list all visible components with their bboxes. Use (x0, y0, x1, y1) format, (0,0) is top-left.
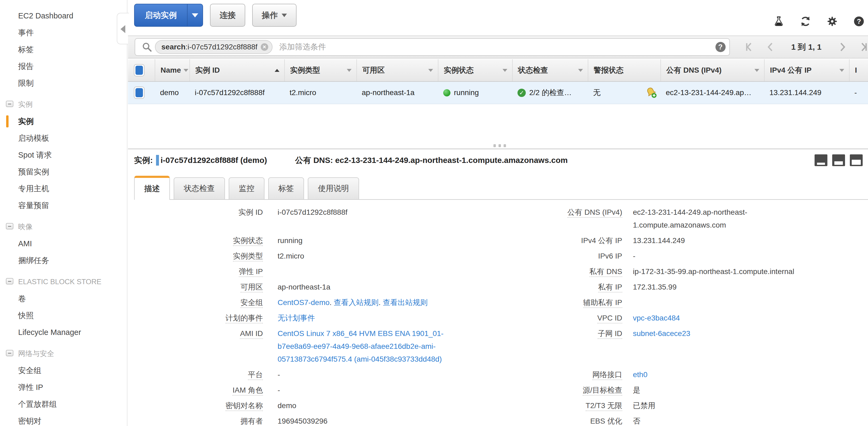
detail-value: t2.micro (263, 249, 507, 264)
detail-label: 源/目标检查 (507, 383, 622, 398)
flask-icon[interactable] (773, 15, 785, 27)
layout-bottom-small-icon[interactable] (814, 154, 827, 166)
detail-value: CentOS7-demo. 查看入站规则. 查看出站规则 (263, 295, 507, 310)
help-icon[interactable]: ? (853, 15, 865, 27)
sidebar-item-ami[interactable]: AMI (0, 235, 127, 252)
column-header-3[interactable]: 实例类型 (284, 59, 356, 81)
toolbar: 启动实例 连接 操作 (134, 4, 297, 27)
sidebar-item-安全组[interactable]: 安全组 (0, 362, 127, 379)
sidebar-item-快照[interactable]: 快照 (0, 307, 127, 324)
detail-label: 网络接口 (507, 367, 622, 383)
column-header-8[interactable]: 公有 DNS (IPv4) (660, 59, 764, 81)
sidebar-item-弹性-ip[interactable]: 弹性 IP (0, 379, 127, 396)
tab-监控[interactable]: 监控 (229, 177, 265, 200)
sidebar-item-启动模板[interactable]: 启动模板 (0, 130, 127, 146)
remove-filter-icon[interactable]: × (261, 43, 268, 51)
last-page-icon[interactable] (859, 42, 868, 52)
sidebar-item-实例[interactable]: 实例 (0, 113, 127, 130)
collapse-group-icon[interactable] (6, 223, 13, 229)
select-all-checkbox[interactable] (134, 64, 145, 76)
main-content: 启动实例 连接 操作 (128, 0, 868, 426)
sidebar-collapse-button[interactable] (117, 13, 129, 44)
detail-value-link[interactable]: vpc-e3bac484 (633, 314, 680, 322)
launch-instance-dropdown[interactable] (187, 4, 203, 26)
collapse-group-icon[interactable] (6, 350, 13, 356)
detail-label-text: VPC ID (597, 314, 622, 323)
sidebar-item-专用主机[interactable]: 专用主机 (0, 180, 127, 197)
connect-button[interactable]: 连接 (210, 4, 245, 27)
sidebar-item-lifecycle-manager[interactable]: Lifecycle Manager (0, 324, 127, 341)
detail-label: 安全组 (135, 295, 263, 310)
column-header-1[interactable]: Name (155, 59, 189, 81)
sidebar-item-事件[interactable]: 事件 (0, 24, 127, 41)
detail-value-link[interactable]: b7ee8a69-ee97-4a49-9e68-afaee216db2e-ami… (278, 342, 436, 351)
sidebar-item-预留实例[interactable]: 预留实例 (0, 163, 127, 180)
details-grid: 实例 IDi-07c57d1292c8f888f公有 DNS (IPv4)ec2… (135, 205, 868, 426)
row-checkbox[interactable] (134, 87, 145, 99)
column-header-2[interactable]: 实例 ID (189, 59, 284, 81)
refresh-icon[interactable] (800, 15, 811, 27)
details-header: 实例: i-07c57d1292c8f888f (demo) 公有 DNS: e… (134, 154, 863, 166)
detail-label-text: 实例 ID (238, 208, 263, 217)
column-header-7[interactable]: 警报状态 (588, 59, 660, 81)
search-input[interactable]: search : i-07c57d1292c8f888f × 添加筛选条件 ? (135, 38, 730, 56)
details-title: 实例: i-07c57d1292c8f888f (demo) 公有 DNS: e… (134, 155, 568, 166)
collapse-group-icon[interactable] (6, 101, 13, 107)
tab-状态检查[interactable]: 状态检查 (174, 177, 225, 200)
column-header-5[interactable]: 实例状态 (438, 59, 512, 81)
select-all-header[interactable] (128, 59, 155, 81)
detail-value-link[interactable]: 05713873c6794f575.4 (ami-045f38c93733dd4… (278, 355, 442, 363)
details-title-prefix: 实例: (134, 155, 153, 166)
detail-value-link[interactable]: CentOS7-demo (278, 298, 330, 306)
sidebar-item-spot-请求[interactable]: Spot 请求 (0, 146, 127, 163)
search-help-icon[interactable]: ? (715, 42, 725, 52)
first-page-icon[interactable] (745, 42, 754, 52)
search-filter-pill[interactable]: search : i-07c57d1292c8f888f × (155, 40, 273, 54)
detail-value-text: t2.micro (278, 252, 304, 260)
next-page-icon[interactable] (838, 42, 847, 52)
detail-value-link[interactable]: 无计划事件 (278, 314, 315, 322)
detail-label-text: 公有 DNS (IPv4) (567, 208, 622, 218)
layout-bottom-large-icon[interactable] (850, 154, 863, 166)
sidebar-item-捆绑任务[interactable]: 捆绑任务 (0, 252, 127, 269)
detail-value: 196945039296 (263, 414, 507, 426)
detail-value-link[interactable]: 查看出站规则 (383, 298, 428, 306)
sidebar-item-报告[interactable]: 报告 (0, 58, 127, 75)
prev-page-icon[interactable] (766, 42, 775, 52)
sidebar-item-label: 弹性 IP (18, 383, 43, 392)
column-header-4[interactable]: 可用区 (356, 59, 438, 81)
detail-value-link[interactable]: subnet-6acece23 (633, 329, 690, 337)
detail-value-link[interactable]: eth0 (633, 370, 648, 379)
detail-value-link[interactable]: 查看入站规则 (334, 298, 378, 306)
column-header-9[interactable]: IPv4 公有 IP (764, 59, 849, 81)
tab-标签[interactable]: 标签 (268, 177, 304, 200)
detail-value-text: . (330, 298, 334, 306)
table-row[interactable]: demoi-07c57d1292c8f888ft2.microap-northe… (128, 82, 868, 104)
gear-icon[interactable] (826, 15, 838, 27)
column-header-6[interactable]: 状态检查 (512, 59, 588, 81)
sort-asc-icon (275, 69, 279, 72)
detail-value: i-07c57d1292c8f888f (263, 205, 507, 233)
sidebar-item-label: 事件 (18, 28, 34, 37)
layout-bottom-medium-icon[interactable] (832, 154, 845, 166)
sort-caret-icon (578, 69, 583, 72)
collapse-group-icon[interactable] (6, 278, 13, 285)
sidebar-item-标签[interactable]: 标签 (0, 41, 127, 58)
actions-dropdown-button[interactable]: 操作 (252, 4, 297, 27)
detail-value: 无计划事件 (263, 310, 507, 326)
detail-value: demo (263, 398, 507, 414)
sidebar-item-容量预留[interactable]: 容量预留 (0, 197, 127, 214)
sidebar-item-ec2-dashboard[interactable]: EC2 Dashboard (0, 7, 127, 24)
sidebar-item-卷[interactable]: 卷 (0, 290, 127, 307)
detail-value-link[interactable]: CentOS Linux 7 x86_64 HVM EBS ENA 1901_0… (278, 329, 443, 337)
sidebar-item-密钥对[interactable]: 密钥对 (0, 413, 127, 426)
sidebar-item-限制[interactable]: 限制 (0, 75, 127, 92)
detail-value: running (263, 233, 507, 249)
add-alarm-icon[interactable] (644, 86, 658, 100)
launch-instance-button[interactable]: 启动实例 (135, 4, 187, 26)
pane-resize-handle[interactable] (493, 144, 506, 147)
column-header-10[interactable]: I (849, 59, 865, 81)
tab-描述[interactable]: 描述 (134, 176, 170, 200)
sidebar-item-个置放群组[interactable]: 个置放群组 (0, 396, 127, 413)
tab-使用说明[interactable]: 使用说明 (308, 177, 359, 200)
